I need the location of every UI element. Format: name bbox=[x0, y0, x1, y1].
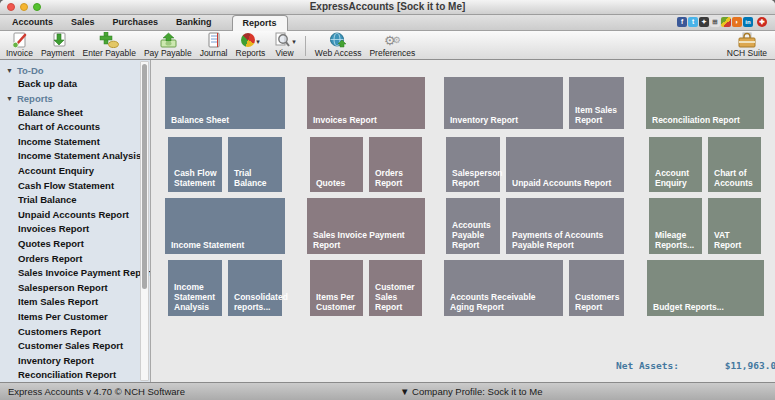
tile-inventory-report[interactable]: Inventory Report bbox=[444, 77, 563, 129]
sidebar-item-salesperson-report[interactable]: Salesperson Report bbox=[0, 281, 150, 296]
bookmarks-icon[interactable] bbox=[721, 17, 731, 27]
enter-payable-icon bbox=[99, 32, 119, 48]
tab-purchases[interactable]: Purchases bbox=[113, 15, 159, 30]
tile-salesperson-report[interactable]: Salesperson Report bbox=[446, 137, 500, 192]
tile-income-statement-analysis[interactable]: Income Statement Analysis bbox=[168, 260, 222, 316]
magnifier-icon bbox=[273, 32, 291, 48]
toolbar-spacer bbox=[419, 32, 723, 59]
dropdown-arrow-icon[interactable]: ▾ bbox=[292, 38, 296, 48]
sidebar-item-item-sales-report[interactable]: Item Sales Report bbox=[0, 295, 150, 310]
titlebar: ExpressAccounts [Sock it to Me] bbox=[0, 0, 775, 15]
tile-group-3: Inventory Report Item Sales Report Sales… bbox=[444, 77, 624, 316]
tile-customer-sales-report[interactable]: Customer Sales Report bbox=[369, 260, 422, 316]
tile-cash-flow-statement[interactable]: Cash Flow Statement bbox=[168, 137, 222, 192]
sidebar-item-account-enquiry[interactable]: Account Enquiry bbox=[0, 164, 150, 179]
sidebar-scrollbar[interactable] bbox=[140, 61, 149, 381]
journal-button[interactable]: Journal bbox=[196, 32, 232, 59]
social-share-strip: f t ✦ ⊞ ◗ in ✚ bbox=[677, 17, 767, 27]
pie-chart-icon bbox=[241, 33, 255, 47]
tile-accounts-receivable-aging-report[interactable]: Accounts Receivable Aging Report bbox=[444, 260, 563, 316]
payment-button[interactable]: Payment bbox=[37, 32, 79, 59]
toolbox-icon bbox=[737, 32, 757, 48]
tab-banking[interactable]: Banking bbox=[176, 15, 212, 30]
sidebar-item-chart-of-accounts[interactable]: Chart of Accounts bbox=[0, 120, 150, 135]
collapse-triangle-icon[interactable]: ▼ bbox=[6, 67, 13, 74]
tile-budget-reports[interactable]: Budget Reports... bbox=[647, 260, 764, 316]
tile-items-per-customer[interactable]: Items Per Customer bbox=[310, 260, 363, 316]
report-tile-area: Balance Sheet Cash Flow Statement Trial … bbox=[151, 60, 775, 382]
facebook-icon[interactable]: f bbox=[677, 17, 687, 27]
toolbar-separator bbox=[305, 36, 306, 56]
sidebar-section-reports[interactable]: ▼ Reports bbox=[0, 92, 150, 106]
twitter-icon[interactable]: t bbox=[688, 17, 698, 27]
web-access-button[interactable]: Web Access bbox=[311, 32, 366, 59]
sidebar-item-orders-report[interactable]: Orders Report bbox=[0, 252, 150, 267]
sidebar-item-customers-report[interactable]: Customers Report bbox=[0, 325, 150, 340]
tile-vat-report[interactable]: VAT Report bbox=[708, 198, 761, 254]
tile-reconciliation-report[interactable]: Reconciliation Report bbox=[646, 77, 764, 129]
zoom-button[interactable] bbox=[33, 3, 41, 11]
apps-grid-icon[interactable]: ⊞ bbox=[710, 17, 720, 27]
tab-accounts[interactable]: Accounts bbox=[12, 15, 53, 30]
sidebar-item-sales-invoice-payment-report[interactable]: Sales Invoice Payment Report bbox=[0, 266, 150, 281]
version-text: Express Accounts v 4.70 © NCH Software bbox=[8, 386, 185, 397]
share-more-icon[interactable]: ✚ bbox=[757, 17, 767, 27]
pay-payable-icon bbox=[158, 32, 178, 48]
linkedin-icon[interactable]: in bbox=[743, 17, 753, 27]
sidebar-item-trial-balance[interactable]: Trial Balance bbox=[0, 193, 150, 208]
app-window: ExpressAccounts [Sock it to Me] Accounts… bbox=[0, 0, 775, 400]
minimize-button[interactable] bbox=[20, 3, 28, 11]
sidebar-item-invoices-report[interactable]: Invoices Report bbox=[0, 222, 150, 237]
tile-income-statement[interactable]: Income Statement bbox=[165, 198, 285, 254]
window-title: ExpressAccounts [Sock it to Me] bbox=[0, 0, 775, 14]
sidebar-item-income-statement[interactable]: Income Statement bbox=[0, 135, 150, 150]
view-button[interactable]: ▾ View bbox=[269, 32, 300, 59]
payment-icon bbox=[49, 32, 67, 48]
company-profile-selector[interactable]: ▼ Company Profile: Sock it to Me bbox=[400, 386, 542, 397]
tile-group-2: Invoices Report Quotes Orders Report Sal… bbox=[307, 77, 425, 316]
nch-suite-button[interactable]: NCH Suite bbox=[723, 32, 771, 59]
sidebar-item-back-up-data[interactable]: Back up data bbox=[0, 77, 150, 92]
tile-payments-of-accounts-payable-report[interactable]: Payments of Accounts Payable Report bbox=[506, 198, 624, 254]
tile-trial-balance[interactable]: Trial Balance bbox=[228, 137, 282, 192]
tab-reports[interactable]: Reports bbox=[232, 15, 288, 31]
scrollbar-thumb[interactable] bbox=[142, 64, 147, 289]
status-bar: Express Accounts v 4.70 © NCH Software ▼… bbox=[0, 382, 775, 400]
tile-account-enquiry[interactable]: Account Enquiry bbox=[649, 137, 702, 192]
dropdown-arrow-icon[interactable]: ▾ bbox=[256, 38, 260, 48]
tile-chart-of-accounts[interactable]: Chart of Accounts bbox=[708, 137, 761, 192]
tile-customers-report[interactable]: Customers Report bbox=[569, 260, 624, 316]
tile-quotes[interactable]: Quotes bbox=[310, 137, 363, 192]
sidebar-item-income-statement-analysis[interactable]: Income Statement Analysis bbox=[0, 149, 150, 164]
tile-accounts-payable-report[interactable]: Accounts Payable Report bbox=[446, 198, 500, 254]
bookmark-icon[interactable]: ✦ bbox=[699, 17, 709, 27]
tile-balance-sheet[interactable]: Balance Sheet bbox=[165, 77, 285, 129]
tile-mileage-reports[interactable]: Mileage Reports... bbox=[649, 198, 702, 254]
enter-payable-button[interactable]: Enter Payable bbox=[78, 32, 139, 59]
pay-payable-button[interactable]: Pay Payable bbox=[140, 32, 196, 59]
sidebar-item-inventory-report[interactable]: Inventory Report bbox=[0, 354, 150, 369]
tile-orders-report[interactable]: Orders Report bbox=[369, 137, 422, 192]
rss-icon[interactable]: ◗ bbox=[732, 17, 742, 27]
tile-sales-invoice-payment-report[interactable]: Sales Invoice Payment Report bbox=[307, 198, 425, 254]
sidebar-item-items-per-customer[interactable]: Items Per Customer bbox=[0, 310, 150, 325]
tile-invoices-report[interactable]: Invoices Report bbox=[307, 77, 425, 129]
sidebar-item-quotes-report[interactable]: Quotes Report bbox=[0, 237, 150, 252]
sidebar-item-cash-flow-statement[interactable]: Cash Flow Statement bbox=[0, 179, 150, 194]
collapse-triangle-icon[interactable]: ▼ bbox=[6, 95, 13, 102]
close-button[interactable] bbox=[7, 3, 15, 11]
tab-sales[interactable]: Sales bbox=[71, 15, 95, 30]
tile-item-sales-report[interactable]: Item Sales Report bbox=[569, 77, 624, 129]
sidebar-item-reconciliation-report[interactable]: Reconciliation Report bbox=[0, 368, 150, 382]
tile-consolidated-reports[interactable]: Consolidated reports... bbox=[228, 260, 282, 316]
invoice-button[interactable]: Invoice bbox=[2, 32, 37, 59]
sidebar-item-balance-sheet[interactable]: Balance Sheet bbox=[0, 106, 150, 121]
toolbar: Invoice Payment Enter Payable Pay Payabl… bbox=[0, 31, 775, 60]
sidebar-item-unpaid-accounts-report[interactable]: Unpaid Accounts Report bbox=[0, 208, 150, 223]
sidebar-section-todo[interactable]: ▼ To-Do bbox=[0, 63, 150, 77]
preferences-button[interactable]: ⚙⚙ Preferences bbox=[365, 32, 419, 59]
tile-unpaid-accounts-report[interactable]: Unpaid Accounts Report bbox=[506, 137, 624, 192]
sidebar-item-customer-sales-report[interactable]: Customer Sales Report bbox=[0, 339, 150, 354]
reports-button[interactable]: ▾ Reports bbox=[232, 32, 270, 59]
menu-tab-bar: Accounts Sales Purchases Banking Reports… bbox=[0, 15, 775, 31]
